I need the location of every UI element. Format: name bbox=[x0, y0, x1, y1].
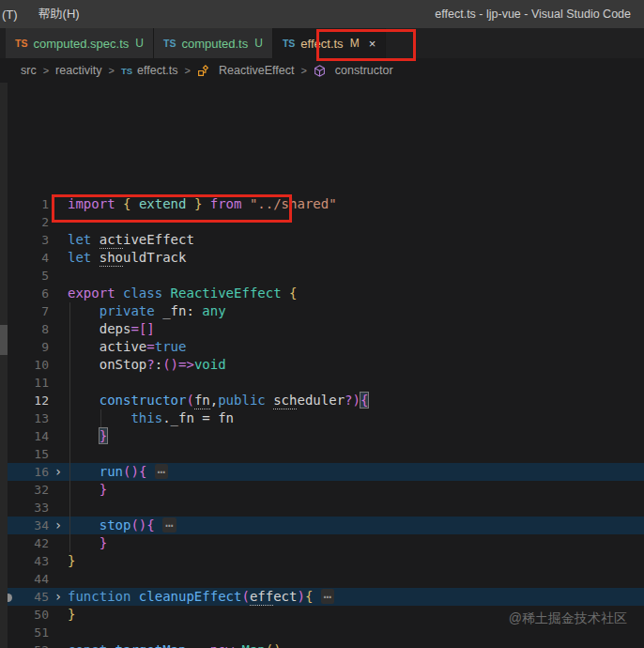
tab-effect.ts[interactable]: TSeffect.tsM× bbox=[273, 28, 386, 58]
fold-chevron-icon[interactable]: › bbox=[49, 517, 68, 534]
code-text: } bbox=[68, 481, 107, 499]
code-area[interactable]: 1import { extend } from "../shared"23let… bbox=[0, 195, 644, 648]
line-number: 13 bbox=[15, 409, 49, 427]
code-text: import { extend } from "../shared" bbox=[68, 195, 337, 213]
code-text: } bbox=[68, 427, 107, 445]
code-text: export class ReactiveEffect { bbox=[68, 285, 297, 302]
code-text: private _fn: any bbox=[68, 302, 226, 320]
tab-computed.ts[interactable]: TScomputed.tsU bbox=[154, 28, 273, 58]
editor-pane[interactable]: 1import { extend } from "../shared"23let… bbox=[0, 83, 644, 648]
line-number: 10 bbox=[15, 356, 49, 374]
code-line-16[interactable]: 16› run(){ ⋯ bbox=[0, 463, 644, 481]
symbol-class-icon bbox=[197, 65, 214, 77]
left-edge-scroll-thumb[interactable] bbox=[0, 325, 8, 355]
code-line-5[interactable]: 5 bbox=[0, 267, 644, 285]
code-line-34[interactable]: 34› stop(){ ⋯ bbox=[0, 517, 644, 534]
typescript-file-icon: TS bbox=[15, 38, 27, 49]
window-title: effect.ts - ljp-vue - Visual Studio Code bbox=[0, 8, 631, 21]
code-text: run(){ ⋯ bbox=[68, 463, 168, 481]
indent-guide bbox=[100, 409, 101, 427]
breadcrumb-label: constructor bbox=[335, 64, 393, 77]
code-text: let activeEffect bbox=[68, 231, 194, 249]
code-line-33[interactable]: 33 bbox=[0, 499, 644, 517]
line-number: 50 bbox=[15, 606, 49, 624]
line-number: 1 bbox=[15, 195, 49, 213]
line-number: 44 bbox=[15, 570, 49, 588]
line-number: 45 bbox=[15, 588, 49, 606]
code-line-43[interactable]: 43} bbox=[0, 552, 644, 570]
code-text: const targetMap = new Map() bbox=[68, 641, 282, 648]
breadcrumb-label: src bbox=[21, 64, 37, 77]
code-line-13[interactable]: 13 this._fn = fn bbox=[0, 409, 644, 427]
tab-label: effect.ts bbox=[300, 37, 343, 51]
code-text: } bbox=[68, 606, 75, 624]
code-line-15[interactable]: 15 bbox=[0, 445, 644, 463]
code-line-45[interactable]: 45›function cleanupEffect(effect){ ⋯ bbox=[0, 588, 644, 606]
line-number: 9 bbox=[15, 338, 49, 356]
code-line-2[interactable]: 2 bbox=[0, 213, 644, 231]
code-line-42[interactable]: 42 } bbox=[0, 534, 644, 552]
typescript-file-icon: TS bbox=[121, 66, 132, 76]
breadcrumb-item-effect.ts[interactable]: TSeffect.ts bbox=[121, 64, 178, 77]
code-text: deps=[] bbox=[68, 320, 155, 338]
breadcrumb-separator-icon: > bbox=[43, 65, 49, 76]
close-icon[interactable]: × bbox=[369, 37, 376, 51]
git-status-badge: M bbox=[350, 37, 360, 50]
breadcrumb-separator-icon: > bbox=[185, 65, 191, 76]
line-number: 33 bbox=[15, 499, 49, 517]
line-number: 7 bbox=[15, 302, 49, 320]
tab-computed.spec.ts[interactable]: TScomputed.spec.tsU bbox=[6, 28, 154, 58]
line-number: 6 bbox=[15, 285, 49, 302]
code-line-6[interactable]: 6export class ReactiveEffect { bbox=[0, 285, 644, 302]
code-text: constructor(fn,public scheduler?){ bbox=[68, 392, 368, 409]
line-number: 4 bbox=[15, 249, 49, 267]
breadcrumb-item-src[interactable]: src bbox=[21, 64, 37, 77]
code-line-11[interactable]: 11 bbox=[0, 374, 644, 392]
code-line-1[interactable]: 1import { extend } from "../shared" bbox=[0, 195, 644, 213]
breadcrumb-label: ReactiveEffect bbox=[219, 64, 294, 77]
line-number: 16 bbox=[15, 463, 49, 481]
code-line-44[interactable]: 44 bbox=[0, 570, 644, 588]
code-text: let shouldTrack bbox=[68, 249, 186, 267]
breadcrumb-label: effect.ts bbox=[137, 64, 178, 77]
typescript-file-icon: TS bbox=[163, 38, 176, 49]
breadcrumb-separator-icon: > bbox=[108, 65, 114, 76]
git-status-badge: U bbox=[135, 37, 144, 50]
code-line-7[interactable]: 7 private _fn: any bbox=[0, 302, 644, 320]
line-number: 3 bbox=[15, 231, 49, 249]
symbol-constructor-icon bbox=[314, 65, 330, 77]
breadcrumb-item-ReactiveEffect[interactable]: ReactiveEffect bbox=[197, 64, 294, 77]
line-number: 8 bbox=[15, 320, 49, 338]
tab-bar: TScomputed.spec.tsUTScomputed.tsUTSeffec… bbox=[0, 28, 644, 58]
line-number: 11 bbox=[15, 374, 49, 392]
fold-chevron-icon[interactable]: › bbox=[49, 463, 68, 481]
fold-chevron-icon[interactable]: › bbox=[49, 588, 68, 606]
code-text: } bbox=[68, 552, 75, 570]
watermark: @稀土掘金技术社区 bbox=[509, 610, 627, 627]
left-edge-strip bbox=[0, 83, 8, 648]
line-number: 5 bbox=[15, 267, 49, 285]
code-line-9[interactable]: 9 active=true bbox=[0, 338, 644, 356]
code-line-10[interactable]: 10 onStop?:()=>void bbox=[0, 356, 644, 374]
code-text: active=true bbox=[68, 338, 186, 356]
breadcrumb-item-constructor[interactable]: constructor bbox=[314, 64, 393, 77]
code-line-4[interactable]: 4let shouldTrack bbox=[0, 249, 644, 267]
code-line-8[interactable]: 8 deps=[] bbox=[0, 320, 644, 338]
code-line-12[interactable]: 12 constructor(fn,public scheduler?){ bbox=[0, 392, 644, 409]
line-number: 14 bbox=[15, 427, 49, 445]
code-line-3[interactable]: 3let activeEffect bbox=[0, 231, 644, 249]
code-text: function cleanupEffect(effect){ ⋯ bbox=[68, 588, 334, 606]
typescript-file-icon: TS bbox=[283, 38, 295, 49]
code-line-32[interactable]: 32 } bbox=[0, 481, 644, 499]
tab-label: computed.spec.ts bbox=[33, 37, 129, 51]
code-text: } bbox=[68, 534, 107, 552]
code-line-52[interactable]: 52const targetMap = new Map() bbox=[0, 641, 644, 648]
line-number: 42 bbox=[15, 534, 49, 552]
breadcrumb-item-reactivity[interactable]: reactivity bbox=[55, 64, 101, 77]
code-text: onStop?:()=>void bbox=[68, 356, 226, 374]
line-number: 51 bbox=[15, 624, 49, 641]
line-number: 43 bbox=[15, 552, 49, 570]
code-text: this._fn = fn bbox=[68, 409, 234, 427]
breadcrumb: src>reactivity>TSeffect.ts>ReactiveEffec… bbox=[0, 58, 644, 83]
code-line-14[interactable]: 14 } bbox=[0, 427, 644, 445]
